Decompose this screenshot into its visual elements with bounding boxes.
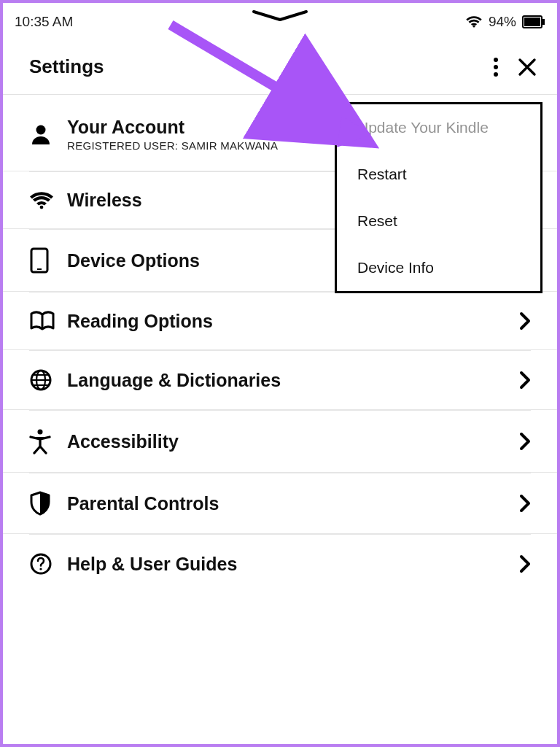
chevron-right-icon [519, 311, 531, 330]
row-title: Reading Options [67, 311, 519, 332]
battery-percent: 94% [489, 14, 516, 30]
row-accessibility[interactable]: Accessibility [3, 411, 557, 473]
book-icon [29, 310, 67, 332]
svg-point-3 [494, 58, 498, 62]
tablet-icon [29, 247, 67, 274]
row-parental-controls[interactable]: Parental Controls [3, 473, 557, 534]
svg-point-13 [38, 430, 43, 435]
wifi-icon [29, 190, 67, 211]
status-bar: 10:35 AM 94% [3, 3, 557, 36]
accessibility-icon [29, 428, 67, 454]
close-icon[interactable] [518, 58, 537, 77]
row-title: Accessibility [67, 431, 519, 452]
svg-rect-2 [542, 19, 545, 25]
menu-item-update[interactable]: Update Your Kindle [337, 104, 540, 151]
chevron-right-icon [519, 554, 531, 573]
svg-point-6 [36, 125, 46, 135]
row-help-guides[interactable]: Help & User Guides [3, 535, 557, 593]
status-time: 10:35 AM [15, 14, 73, 30]
chevron-right-icon [519, 432, 531, 451]
help-icon [29, 552, 67, 576]
wifi-icon [465, 15, 483, 29]
globe-icon [29, 368, 67, 392]
settings-header: Settings [3, 36, 557, 94]
menu-item-reset[interactable]: Reset [337, 198, 540, 244]
svg-point-15 [39, 568, 42, 570]
overflow-menu: Update Your Kindle Restart Reset Device … [335, 102, 542, 293]
svg-rect-8 [37, 268, 42, 270]
menu-item-device-info[interactable]: Device Info [337, 244, 540, 291]
page-title: Settings [29, 55, 104, 78]
chevron-right-icon [519, 371, 531, 390]
shield-icon [29, 491, 67, 516]
svg-point-5 [494, 72, 498, 77]
row-language-dictionaries[interactable]: Language & Dictionaries [3, 351, 557, 410]
row-reading-options[interactable]: Reading Options [3, 293, 557, 350]
row-title: Help & User Guides [67, 554, 519, 575]
battery-icon [522, 15, 545, 28]
pull-down-handle-icon[interactable] [249, 9, 311, 23]
person-icon [29, 123, 67, 146]
row-title: Parental Controls [67, 493, 519, 514]
chevron-right-icon [519, 494, 531, 513]
menu-item-restart[interactable]: Restart [337, 151, 540, 198]
more-options-icon[interactable] [493, 57, 499, 77]
row-title: Language & Dictionaries [67, 370, 519, 391]
svg-rect-1 [524, 18, 540, 26]
svg-point-4 [494, 65, 498, 69]
